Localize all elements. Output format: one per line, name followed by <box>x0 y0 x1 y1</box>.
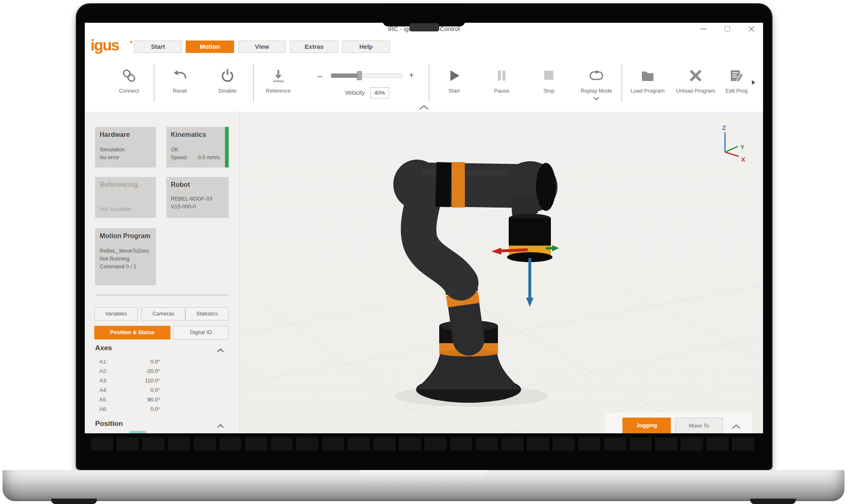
toolbar-overflow-arrow-icon[interactable] <box>751 79 756 87</box>
velocity-readout: Velocity 40% <box>308 87 420 99</box>
logo-trademark-dot <box>130 41 132 43</box>
position-collapse-chevron-icon[interactable] <box>217 422 224 430</box>
sidebar-tab-position-status[interactable]: Position & Status <box>94 326 170 339</box>
pause-icon <box>483 67 520 86</box>
reference-label: Reference <box>260 88 297 94</box>
folder-icon <box>623 67 672 86</box>
toolbar-separator <box>154 64 154 102</box>
igus-logo: igus <box>91 37 119 54</box>
unload-program-label: Unload Program <box>669 88 723 94</box>
start-label: Start <box>435 88 473 94</box>
tab-extras[interactable]: Extras <box>290 41 338 53</box>
disable-label: Disable <box>209 88 246 94</box>
minimize-icon <box>701 29 706 29</box>
axis-value: 110.0° <box>145 377 160 387</box>
sidebar-tab-variables[interactable]: Variables <box>94 307 138 320</box>
hardware-mode: Simulation <box>100 146 151 153</box>
stop-button[interactable]: Stop <box>530 67 567 94</box>
tab-motion[interactable]: Motion <box>186 41 234 53</box>
reset-button[interactable]: Reset <box>161 67 199 94</box>
robot-base-cone <box>416 354 521 389</box>
unload-program-button[interactable]: Unload Program <box>669 67 723 94</box>
robot-link2 <box>419 199 461 283</box>
motion-program-name: ReBeL_MoveToZero <box>100 247 151 255</box>
laptop-mockup: iRC - igus® Robot Control igus Start Mot… <box>0 0 847 504</box>
robot-version: V15-000-0 <box>171 203 224 210</box>
triad-x-axis <box>725 152 739 156</box>
robot-title: Robot <box>171 180 224 189</box>
jog-panel-collapse-chevron-icon[interactable] <box>732 423 740 430</box>
ribbon-collapse-chevron-icon[interactable] <box>419 104 428 111</box>
move-to-button[interactable]: Move To <box>675 418 723 433</box>
edit-document-icon <box>716 67 757 86</box>
hardware-error-state: No error <box>100 153 151 161</box>
velocity-slider[interactable] <box>331 73 402 78</box>
camera-notch <box>383 3 465 26</box>
viewport-3d[interactable]: Z Y X Jogging Move To <box>240 112 763 433</box>
velocity-increase-button[interactable]: + <box>409 71 414 80</box>
laptop-foot-right <box>750 499 796 504</box>
axis-value: -20.0° <box>146 368 160 377</box>
play-icon <box>435 67 473 86</box>
sidebar-tab-statistics[interactable]: Statistics <box>185 307 229 320</box>
robot-link1 <box>463 302 469 340</box>
axis-value: 0.0° <box>151 358 160 368</box>
triad-x-label: X <box>741 156 745 163</box>
sidebar-tab-digital-io[interactable]: Digital IO <box>173 326 229 339</box>
motion-program-state: Not Running <box>100 255 151 263</box>
tab-view[interactable]: View <box>238 41 286 53</box>
tab-help[interactable]: Help <box>342 41 390 53</box>
axis-value: 0.0° <box>151 406 160 416</box>
robot-arm <box>393 160 559 407</box>
robot-panel: Robot REBEL-6DOF-03 V15-000-0 <box>166 177 229 218</box>
chevron-down-icon[interactable] <box>574 94 619 102</box>
close-button[interactable] <box>746 24 756 34</box>
download-icon <box>260 67 297 86</box>
load-program-button[interactable]: Load Program <box>623 67 672 94</box>
axes-section-header[interactable]: Axes <box>95 344 112 352</box>
hardware-title: Hardware <box>100 130 151 139</box>
maximize-button[interactable] <box>722 24 732 34</box>
replay-mode-button[interactable]: Replay Mode <box>574 67 619 102</box>
position-section-header[interactable]: Position <box>95 420 123 428</box>
axis-row-a1: A1: 0.0° <box>99 358 160 368</box>
velocity-slider-handle[interactable] <box>357 71 362 80</box>
laptop-base <box>2 470 845 501</box>
minimize-button[interactable] <box>698 24 708 34</box>
triad-y-label: Y <box>740 143 744 150</box>
kinematics-ok-indicator <box>225 127 229 167</box>
floor-grid <box>240 285 763 433</box>
axis-label: A3: <box>99 377 108 387</box>
axis-row-a3: A3: 110.0° <box>99 377 160 387</box>
load-program-label: Load Program <box>623 88 672 94</box>
tab-start[interactable]: Start <box>134 41 182 53</box>
pause-label: Pause <box>483 88 520 94</box>
axes-collapse-chevron-icon[interactable] <box>217 346 224 354</box>
lid-lift-notch <box>360 470 487 481</box>
toolbar-ribbon: Connect Reset Disable <box>85 58 763 112</box>
reset-icon <box>161 67 199 86</box>
toolbar-separator <box>429 64 429 102</box>
status-sidebar: Hardware Simulation No error Kinematics … <box>85 112 240 433</box>
edit-program-button[interactable]: Edit Prog <box>716 67 757 94</box>
toolbar-separator <box>622 64 622 102</box>
connect-button[interactable]: Connect <box>110 67 148 94</box>
reference-button[interactable]: Reference <box>260 67 297 94</box>
hardware-panel: Hardware Simulation No error <box>95 127 156 167</box>
close-icon <box>748 26 755 32</box>
kinematics-speed-value: 0.0 mm/s <box>198 153 220 161</box>
pause-button[interactable]: Pause <box>483 67 520 94</box>
velocity-slider-fill <box>331 74 359 78</box>
start-button[interactable]: Start <box>435 67 473 94</box>
axis-label: A6: <box>99 406 108 416</box>
jogging-button[interactable]: Jogging <box>622 418 671 433</box>
stop-label: Stop <box>530 88 567 94</box>
disable-button[interactable]: Disable <box>209 67 246 94</box>
orientation-triad: Z Y X <box>722 124 745 163</box>
robot-model: REBEL-6DOF-03 <box>171 195 224 203</box>
velocity-value-box[interactable]: 40% <box>370 87 389 98</box>
replay-loop-icon <box>574 67 619 86</box>
sidebar-tab-cameras[interactable]: Cameras <box>141 307 185 320</box>
webcam-icon <box>409 23 439 31</box>
velocity-decrease-button[interactable]: – <box>317 71 322 81</box>
